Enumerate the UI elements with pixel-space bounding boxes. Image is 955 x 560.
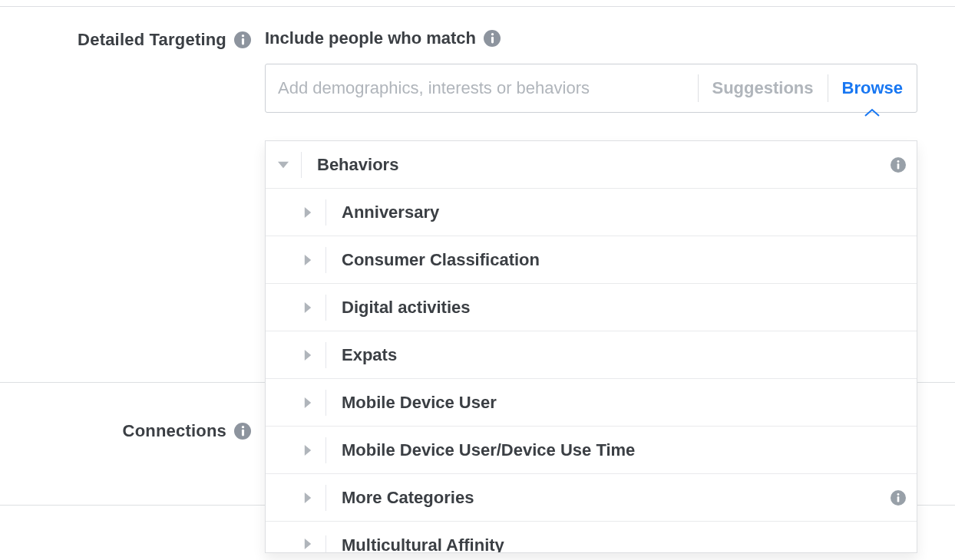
svg-rect-6 [897,163,900,169]
svg-marker-8 [305,255,311,265]
svg-marker-13 [305,492,311,503]
browse-label: Browse [842,78,903,98]
divider [325,390,326,416]
subcategory-digital-activities[interactable]: Digital activities [266,284,917,331]
svg-marker-10 [305,350,311,361]
svg-marker-11 [305,397,311,408]
info-icon[interactable] [484,30,501,47]
info-icon[interactable] [891,490,906,506]
subcategory-expats[interactable]: Expats [266,331,917,379]
detailed-targeting-section: Detailed Targeting Include people who ma… [0,7,955,383]
info-icon[interactable] [234,31,251,48]
svg-point-2 [491,33,493,35]
browse-dropdown: Behaviors Anniversary [265,140,917,553]
divider [325,485,326,511]
targeting-input[interactable] [266,78,698,98]
svg-rect-18 [241,430,243,436]
targeting-input-container: Suggestions Browse [265,64,917,113]
svg-marker-9 [305,302,311,313]
svg-marker-16 [305,539,311,549]
svg-point-0 [241,35,243,37]
subcategory-label: Anniversary [342,203,906,222]
detailed-targeting-content: Include people who match Suggestions Bro… [265,7,955,113]
detailed-targeting-label: Detailed Targeting [78,30,226,50]
caret-right-icon [290,535,325,552]
detailed-targeting-label-col: Detailed Targeting [0,7,265,50]
connections-label-col: Connections [0,383,265,479]
subcategory-mobile-device-user[interactable]: Mobile Device User [266,379,917,427]
chevron-up-icon [864,102,881,122]
divider [301,152,302,178]
subcategory-anniversary[interactable]: Anniversary [266,189,917,236]
svg-point-14 [897,493,900,496]
caret-right-icon [290,331,325,378]
browse-link[interactable]: Browse [828,74,917,102]
page: Detailed Targeting Include people who ma… [0,6,955,560]
caret-right-icon [290,236,325,283]
subcategory-mobile-device-user-time[interactable]: Mobile Device User/Device Use Time [266,427,917,474]
svg-point-5 [897,160,900,163]
connections-label: Connections [123,421,226,441]
subcategory-label: Mobile Device User/Device Use Time [342,440,906,460]
divider [325,342,326,368]
svg-marker-7 [305,207,311,218]
caret-right-icon [290,379,325,426]
subcategory-label: Digital activities [342,298,906,318]
category-label: Behaviors [317,155,883,175]
divider [325,437,326,463]
svg-rect-3 [491,37,494,44]
include-label-row: Include people who match [265,28,955,48]
divider [325,247,326,273]
svg-marker-4 [278,161,289,167]
subcategory-label: More Categories [342,488,883,508]
svg-point-17 [241,426,243,428]
caret-right-icon [290,189,325,236]
svg-marker-12 [305,445,311,456]
subcategory-label: Consumer Classification [342,250,906,270]
include-label: Include people who match [265,28,476,48]
info-icon[interactable] [234,423,251,440]
subcategory-consumer-classification[interactable]: Consumer Classification [266,236,917,284]
svg-rect-15 [897,496,900,502]
divider [325,295,326,321]
subcategory-label: Mobile Device User [342,393,906,413]
svg-rect-1 [241,38,243,45]
empty-label-col [0,506,265,529]
subcategory-multicultural-affinity[interactable]: Multicultural Affinity [266,522,917,552]
suggestions-link: Suggestions [698,74,828,102]
caret-down-icon [266,141,301,188]
caret-right-icon [290,474,325,521]
category-behaviors[interactable]: Behaviors [266,141,917,189]
divider [325,199,326,226]
subcategory-label: Expats [342,345,906,365]
divider [325,535,326,552]
caret-right-icon [290,427,325,473]
subcategory-label: Multicultural Affinity [342,535,906,552]
subcategory-more-categories[interactable]: More Categories [266,474,917,522]
info-icon[interactable] [891,157,906,173]
caret-right-icon [290,284,325,331]
